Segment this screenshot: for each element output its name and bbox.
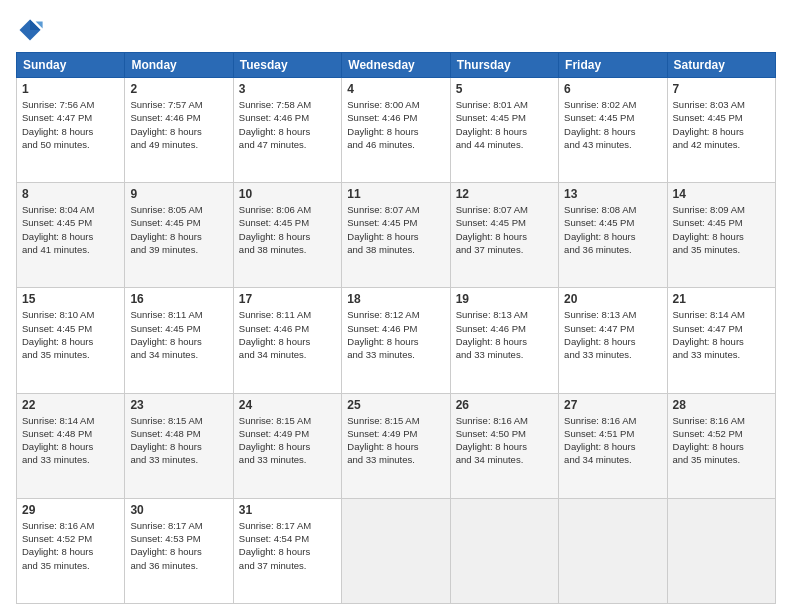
day-number: 10 [239, 187, 336, 201]
day-info: Sunrise: 8:05 AMSunset: 4:45 PMDaylight:… [130, 203, 227, 256]
calendar-cell: 4Sunrise: 8:00 AMSunset: 4:46 PMDaylight… [342, 78, 450, 183]
calendar-cell: 23Sunrise: 8:15 AMSunset: 4:48 PMDayligh… [125, 393, 233, 498]
day-info: Sunrise: 8:06 AMSunset: 4:45 PMDaylight:… [239, 203, 336, 256]
calendar-cell [559, 498, 667, 603]
day-number: 31 [239, 503, 336, 517]
day-number: 15 [22, 292, 119, 306]
day-number: 25 [347, 398, 444, 412]
day-number: 17 [239, 292, 336, 306]
day-number: 23 [130, 398, 227, 412]
calendar-cell: 13Sunrise: 8:08 AMSunset: 4:45 PMDayligh… [559, 183, 667, 288]
calendar-cell: 9Sunrise: 8:05 AMSunset: 4:45 PMDaylight… [125, 183, 233, 288]
calendar-cell: 22Sunrise: 8:14 AMSunset: 4:48 PMDayligh… [17, 393, 125, 498]
header [16, 12, 776, 44]
day-number: 30 [130, 503, 227, 517]
day-info: Sunrise: 7:56 AMSunset: 4:47 PMDaylight:… [22, 98, 119, 151]
day-info: Sunrise: 8:01 AMSunset: 4:45 PMDaylight:… [456, 98, 553, 151]
day-number: 19 [456, 292, 553, 306]
day-header-wednesday: Wednesday [342, 53, 450, 78]
day-info: Sunrise: 7:57 AMSunset: 4:46 PMDaylight:… [130, 98, 227, 151]
day-number: 1 [22, 82, 119, 96]
calendar-cell: 14Sunrise: 8:09 AMSunset: 4:45 PMDayligh… [667, 183, 775, 288]
day-info: Sunrise: 8:10 AMSunset: 4:45 PMDaylight:… [22, 308, 119, 361]
calendar-cell: 20Sunrise: 8:13 AMSunset: 4:47 PMDayligh… [559, 288, 667, 393]
calendar-cell: 25Sunrise: 8:15 AMSunset: 4:49 PMDayligh… [342, 393, 450, 498]
calendar-cell: 5Sunrise: 8:01 AMSunset: 4:45 PMDaylight… [450, 78, 558, 183]
day-info: Sunrise: 8:11 AMSunset: 4:46 PMDaylight:… [239, 308, 336, 361]
day-number: 5 [456, 82, 553, 96]
calendar-cell: 26Sunrise: 8:16 AMSunset: 4:50 PMDayligh… [450, 393, 558, 498]
day-header-tuesday: Tuesday [233, 53, 341, 78]
calendar-cell: 6Sunrise: 8:02 AMSunset: 4:45 PMDaylight… [559, 78, 667, 183]
calendar-cell: 31Sunrise: 8:17 AMSunset: 4:54 PMDayligh… [233, 498, 341, 603]
days-header-row: SundayMondayTuesdayWednesdayThursdayFrid… [17, 53, 776, 78]
day-info: Sunrise: 8:08 AMSunset: 4:45 PMDaylight:… [564, 203, 661, 256]
day-info: Sunrise: 8:09 AMSunset: 4:45 PMDaylight:… [673, 203, 770, 256]
day-number: 9 [130, 187, 227, 201]
calendar-header: SundayMondayTuesdayWednesdayThursdayFrid… [17, 53, 776, 78]
day-info: Sunrise: 8:15 AMSunset: 4:49 PMDaylight:… [239, 414, 336, 467]
calendar-cell: 2Sunrise: 7:57 AMSunset: 4:46 PMDaylight… [125, 78, 233, 183]
logo [16, 16, 48, 44]
calendar-cell: 12Sunrise: 8:07 AMSunset: 4:45 PMDayligh… [450, 183, 558, 288]
day-info: Sunrise: 8:12 AMSunset: 4:46 PMDaylight:… [347, 308, 444, 361]
calendar-cell: 10Sunrise: 8:06 AMSunset: 4:45 PMDayligh… [233, 183, 341, 288]
day-number: 4 [347, 82, 444, 96]
day-number: 3 [239, 82, 336, 96]
page: SundayMondayTuesdayWednesdayThursdayFrid… [0, 0, 792, 612]
day-number: 28 [673, 398, 770, 412]
day-header-thursday: Thursday [450, 53, 558, 78]
calendar-cell [342, 498, 450, 603]
day-number: 29 [22, 503, 119, 517]
calendar-cell: 29Sunrise: 8:16 AMSunset: 4:52 PMDayligh… [17, 498, 125, 603]
calendar-body: 1Sunrise: 7:56 AMSunset: 4:47 PMDaylight… [17, 78, 776, 604]
calendar-cell: 15Sunrise: 8:10 AMSunset: 4:45 PMDayligh… [17, 288, 125, 393]
day-info: Sunrise: 8:16 AMSunset: 4:52 PMDaylight:… [22, 519, 119, 572]
calendar-cell: 3Sunrise: 7:58 AMSunset: 4:46 PMDaylight… [233, 78, 341, 183]
day-number: 12 [456, 187, 553, 201]
day-info: Sunrise: 8:00 AMSunset: 4:46 PMDaylight:… [347, 98, 444, 151]
day-info: Sunrise: 8:02 AMSunset: 4:45 PMDaylight:… [564, 98, 661, 151]
day-info: Sunrise: 8:16 AMSunset: 4:50 PMDaylight:… [456, 414, 553, 467]
day-number: 21 [673, 292, 770, 306]
day-info: Sunrise: 8:07 AMSunset: 4:45 PMDaylight:… [456, 203, 553, 256]
day-info: Sunrise: 8:16 AMSunset: 4:51 PMDaylight:… [564, 414, 661, 467]
day-number: 14 [673, 187, 770, 201]
week-row-4: 22Sunrise: 8:14 AMSunset: 4:48 PMDayligh… [17, 393, 776, 498]
day-number: 7 [673, 82, 770, 96]
week-row-5: 29Sunrise: 8:16 AMSunset: 4:52 PMDayligh… [17, 498, 776, 603]
week-row-2: 8Sunrise: 8:04 AMSunset: 4:45 PMDaylight… [17, 183, 776, 288]
calendar-cell: 7Sunrise: 8:03 AMSunset: 4:45 PMDaylight… [667, 78, 775, 183]
day-info: Sunrise: 8:03 AMSunset: 4:45 PMDaylight:… [673, 98, 770, 151]
calendar-cell: 27Sunrise: 8:16 AMSunset: 4:51 PMDayligh… [559, 393, 667, 498]
day-number: 11 [347, 187, 444, 201]
calendar-cell: 30Sunrise: 8:17 AMSunset: 4:53 PMDayligh… [125, 498, 233, 603]
day-info: Sunrise: 7:58 AMSunset: 4:46 PMDaylight:… [239, 98, 336, 151]
day-number: 27 [564, 398, 661, 412]
day-number: 18 [347, 292, 444, 306]
day-info: Sunrise: 8:16 AMSunset: 4:52 PMDaylight:… [673, 414, 770, 467]
day-header-sunday: Sunday [17, 53, 125, 78]
calendar-cell: 21Sunrise: 8:14 AMSunset: 4:47 PMDayligh… [667, 288, 775, 393]
calendar-cell: 11Sunrise: 8:07 AMSunset: 4:45 PMDayligh… [342, 183, 450, 288]
day-info: Sunrise: 8:13 AMSunset: 4:47 PMDaylight:… [564, 308, 661, 361]
day-header-monday: Monday [125, 53, 233, 78]
calendar-cell: 16Sunrise: 8:11 AMSunset: 4:45 PMDayligh… [125, 288, 233, 393]
week-row-1: 1Sunrise: 7:56 AMSunset: 4:47 PMDaylight… [17, 78, 776, 183]
day-info: Sunrise: 8:17 AMSunset: 4:54 PMDaylight:… [239, 519, 336, 572]
day-header-friday: Friday [559, 53, 667, 78]
day-info: Sunrise: 8:13 AMSunset: 4:46 PMDaylight:… [456, 308, 553, 361]
day-number: 8 [22, 187, 119, 201]
day-info: Sunrise: 8:15 AMSunset: 4:49 PMDaylight:… [347, 414, 444, 467]
day-number: 20 [564, 292, 661, 306]
calendar-cell [450, 498, 558, 603]
calendar-cell: 8Sunrise: 8:04 AMSunset: 4:45 PMDaylight… [17, 183, 125, 288]
logo-icon [16, 16, 44, 44]
calendar-cell: 28Sunrise: 8:16 AMSunset: 4:52 PMDayligh… [667, 393, 775, 498]
calendar-cell [667, 498, 775, 603]
day-number: 6 [564, 82, 661, 96]
day-info: Sunrise: 8:04 AMSunset: 4:45 PMDaylight:… [22, 203, 119, 256]
calendar-cell: 17Sunrise: 8:11 AMSunset: 4:46 PMDayligh… [233, 288, 341, 393]
day-info: Sunrise: 8:11 AMSunset: 4:45 PMDaylight:… [130, 308, 227, 361]
day-info: Sunrise: 8:15 AMSunset: 4:48 PMDaylight:… [130, 414, 227, 467]
